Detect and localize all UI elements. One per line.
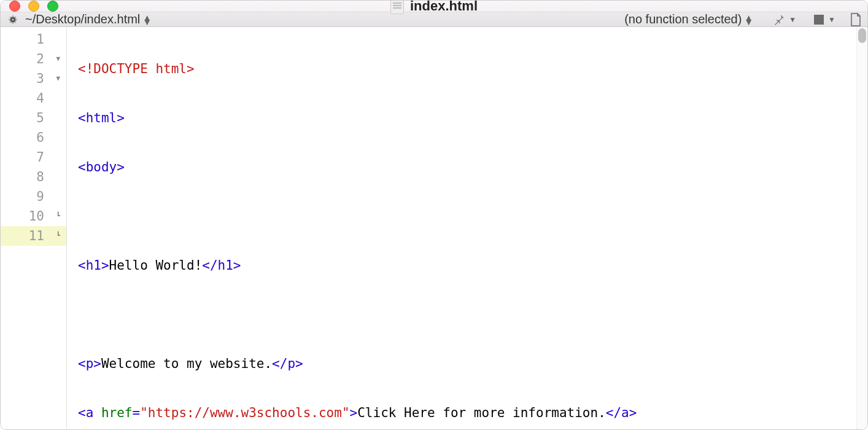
code-line[interactable]: <h1>Hello World!</h1> <box>67 256 856 275</box>
code-line[interactable]: <p>Welcome to my website.</p> <box>67 354 856 373</box>
svg-rect-0 <box>814 15 824 25</box>
line-number[interactable]: 2▼ <box>1 49 66 69</box>
line-number[interactable]: 5 <box>1 108 66 128</box>
line-number[interactable]: 7 <box>1 147 66 167</box>
line-number[interactable]: 9 <box>1 187 66 206</box>
code-line[interactable]: <!DOCTYPE html> <box>67 59 856 79</box>
line-number[interactable]: 8 <box>1 167 66 187</box>
close-button[interactable] <box>9 1 20 12</box>
code-line[interactable]: <a href="https://www.w3schools.com">Clic… <box>67 403 856 423</box>
split-view-icon[interactable] <box>813 14 824 25</box>
scrollbar-thumb[interactable] <box>858 28 866 43</box>
code-line[interactable]: <html> <box>67 108 856 128</box>
fold-end-icon[interactable]: ┗ <box>56 206 60 226</box>
editor-area[interactable]: 1 2▼ 3▼ 4 5 6 7 8 9 10┗ 11┗ <!DOCTYPE ht… <box>1 27 867 430</box>
gear-icon[interactable] <box>7 14 19 26</box>
function-dropdown[interactable]: (no function selected) ▲▼ <box>624 12 753 26</box>
fold-down-icon[interactable]: ▼ <box>56 69 60 88</box>
zoom-button[interactable] <box>47 1 58 12</box>
code-content[interactable]: <!DOCTYPE html> <html> <body> <h1>Hello … <box>67 27 856 430</box>
window-title: index.html <box>390 0 478 14</box>
file-path-dropdown[interactable]: ~/Desktop/index.html ▲▼ <box>25 12 152 26</box>
line-number[interactable]: 10┗ <box>1 206 66 226</box>
line-number[interactable]: 1 <box>1 29 66 49</box>
window-title-text: index.html <box>410 0 478 14</box>
line-number[interactable]: 4 <box>1 88 66 108</box>
line-number[interactable]: 6 <box>1 128 66 147</box>
chevron-updown-icon: ▲▼ <box>142 15 152 24</box>
new-document-icon[interactable] <box>850 13 861 26</box>
function-text: (no function selected) <box>624 12 742 26</box>
document-icon <box>390 0 404 14</box>
fold-end-icon[interactable]: ┗ <box>56 226 60 246</box>
line-number[interactable]: 3▼ <box>1 69 66 88</box>
toolbar: ~/Desktop/index.html ▲▼ (no function sel… <box>1 12 867 27</box>
chevron-down-icon[interactable]: ▼ <box>828 15 835 24</box>
code-line[interactable] <box>67 206 856 226</box>
pin-icon[interactable] <box>773 14 785 26</box>
traffic-lights <box>9 1 58 12</box>
line-number[interactable]: 11┗ <box>1 226 66 246</box>
chevron-down-icon[interactable]: ▼ <box>789 15 796 24</box>
code-line[interactable]: <body> <box>67 157 856 177</box>
minimize-button[interactable] <box>28 1 39 12</box>
code-line[interactable] <box>67 305 856 324</box>
chevron-updown-icon: ▲▼ <box>744 15 753 24</box>
file-path-text: ~/Desktop/index.html <box>25 12 140 26</box>
fold-down-icon[interactable]: ▼ <box>56 49 60 69</box>
titlebar[interactable]: index.html <box>1 1 867 12</box>
editor-window: index.html ~/Desktop/index.html ▲▼ (no f… <box>0 0 868 430</box>
vertical-scrollbar[interactable] <box>856 27 867 430</box>
line-number-gutter[interactable]: 1 2▼ 3▼ 4 5 6 7 8 9 10┗ 11┗ <box>1 27 67 430</box>
